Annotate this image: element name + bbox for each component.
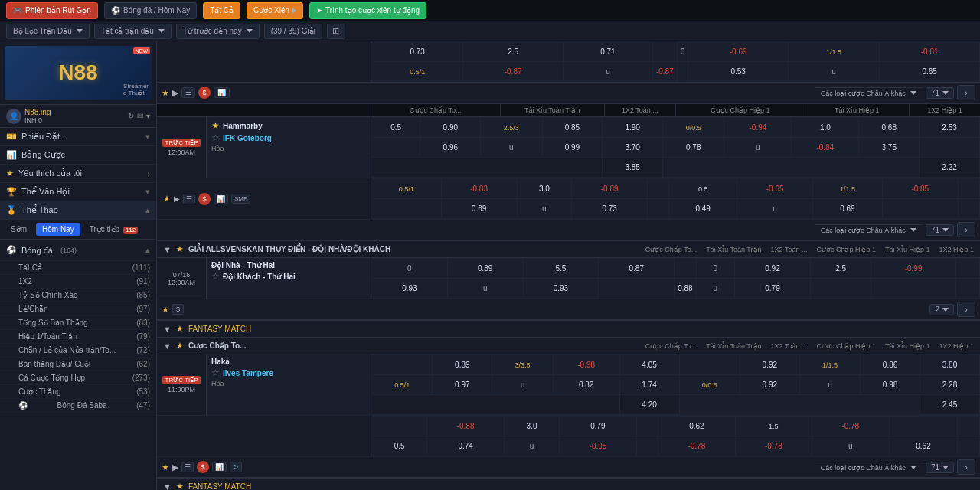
money-icon[interactable]: $ [198, 87, 211, 99]
subitem-bong-da-saba[interactable]: ⚽ Bóng Đá Saba (47) [0, 399, 156, 413]
odds-cell[interactable]: 1.74 [619, 375, 679, 395]
sidebar-item-the-van-hoi[interactable]: 🏆 Thể Văn Hội ▾ [0, 183, 156, 201]
time-filter-btn[interactable]: Từ trước đến nay [176, 24, 260, 39]
fantasy-toggle-icon[interactable]: ▼ [163, 325, 172, 334]
favorite-star-icon[interactable]: ★ [211, 120, 220, 131]
league-star-icon[interactable]: ★ [176, 244, 184, 254]
odds-cell[interactable] [958, 416, 980, 436]
list-icon-4[interactable]: ☰ [181, 462, 194, 472]
football-header[interactable]: ⚽ Bóng đá (164) ▴ [6, 243, 150, 257]
odds-cell[interactable]: -0.87 [652, 62, 677, 82]
odds-cell[interactable]: 1.5 [735, 416, 812, 436]
odds-cell[interactable]: 0.73 [572, 199, 648, 219]
list-icon[interactable]: ☰ [181, 87, 195, 98]
chart-icon[interactable]: 📊 [214, 87, 230, 98]
chart-icon-4[interactable]: 📊 [212, 462, 227, 472]
odds-cell[interactable] [882, 199, 958, 219]
toggle-icon[interactable]: ▼ [163, 245, 172, 254]
odds-cell[interactable]: 0.5/1 [372, 375, 433, 395]
play-icon-2[interactable]: ▶ [174, 194, 180, 203]
list-icon-3[interactable]: $ [172, 304, 184, 315]
all-btn[interactable]: Tất Cả [203, 2, 240, 19]
odds-cell[interactable] [372, 199, 442, 219]
star-icon-3[interactable]: ★ [162, 305, 169, 315]
odds-cell[interactable]: 1/1.5 [799, 355, 860, 375]
odds-cell[interactable]: u [517, 199, 571, 219]
odds-cell[interactable]: 0.82 [553, 375, 619, 395]
odds-cell[interactable]: u [788, 62, 879, 82]
subitem-tat-ca[interactable]: Tất Cả (111) [0, 261, 156, 275]
odds-cell[interactable]: 1/1.5 [788, 42, 879, 62]
odds-cell[interactable]: 1.90 [603, 118, 663, 138]
money-icon-2[interactable]: $ [198, 193, 211, 205]
odds-cell[interactable]: -0.81 [880, 42, 980, 62]
odds-cell[interactable]: 0.86 [861, 355, 920, 375]
play-icon[interactable]: ▶ [172, 88, 178, 98]
smp-btn[interactable]: SMP [231, 194, 250, 204]
odds-cell[interactable] [871, 279, 956, 299]
star-icon-2[interactable]: ★ [163, 194, 171, 204]
odds-cell[interactable]: 2.5 [463, 42, 564, 62]
leagues-count-btn[interactable]: (39 / 39) Giải [264, 24, 322, 39]
odds-cell[interactable]: 3.80 [920, 355, 980, 375]
odds-cell[interactable]: 0.79 [560, 416, 636, 436]
page-number-btn-2[interactable]: 71 [926, 224, 954, 236]
odds-cell[interactable]: 0.97 [433, 375, 492, 395]
sidebar-item-bang-cuoc[interactable]: 📊 Bảng Cược [0, 146, 156, 165]
odds-cell[interactable]: 0.96 [420, 138, 481, 158]
odds-cell[interactable]: 0.92 [735, 259, 811, 279]
tab-hom-nay[interactable]: Hôm Nay [36, 223, 80, 236]
odds-cell[interactable]: 0.68 [859, 118, 920, 138]
odds-cell[interactable]: u [447, 279, 523, 299]
odds-cell[interactable]: 0.78 [663, 138, 724, 158]
odds-cell[interactable]: -0.65 [737, 179, 813, 199]
odds-cell[interactable]: 0.87 [599, 259, 675, 279]
odds-cell[interactable]: -0.88 [427, 416, 504, 436]
odds-cell[interactable]: 0.93 [523, 279, 599, 299]
odds-cell[interactable]: 0.49 [669, 199, 737, 219]
odds-cell[interactable]: 0.62 [658, 416, 735, 436]
odds-cell[interactable]: u [563, 62, 652, 82]
fantasy-star-icon-2[interactable]: ★ [176, 482, 184, 490]
odds-cell[interactable]: 0 [696, 259, 735, 279]
odds-cell[interactable]: 0.71 [563, 42, 652, 62]
odds-cell[interactable]: u [799, 375, 860, 395]
odds-cell[interactable]: 0.79 [735, 279, 811, 299]
odds-cell[interactable]: u [492, 375, 553, 395]
odds-cell[interactable]: 0.53 [688, 62, 789, 82]
money-icon-4[interactable]: $ [197, 461, 209, 473]
star-icon[interactable]: ★ [162, 88, 169, 98]
odds-cell[interactable]: 2.45 [920, 395, 980, 415]
odds-cell[interactable]: 0.88 [675, 279, 696, 299]
message-icon[interactable]: ✉ [137, 112, 143, 120]
subitem-le-chan[interactable]: Lẻ/Chẵn (97) [0, 302, 156, 316]
haka-team1[interactable]: Haka [211, 358, 230, 366]
odds-cell[interactable] [958, 179, 979, 199]
sidebar-item-phieu-dat[interactable]: 🎫 Phiếu Đặt... ▾ [0, 128, 156, 146]
odds-cell[interactable]: -0.69 [688, 42, 789, 62]
odds-cell[interactable]: 0/0.5 [663, 118, 724, 138]
odds-cell[interactable]: u [696, 279, 735, 299]
odds-cell[interactable]: 0.74 [427, 436, 504, 456]
filter-btn[interactable]: Bộ Lọc Trận Đấu [6, 24, 90, 39]
odds-cell[interactable]: 0.69 [441, 199, 517, 219]
odds-cell[interactable] [920, 138, 980, 158]
odds-cell[interactable]: 5.5 [523, 259, 599, 279]
team2-star-icon[interactable]: ☆ [211, 132, 220, 143]
sidebar-item-yeu-thich[interactable]: ★ Yêu thích của tôi › [0, 165, 156, 183]
odds-cell[interactable]: 3.70 [603, 138, 663, 158]
odds-cell[interactable] [372, 355, 433, 375]
subitem-cuoc-thang[interactable]: Cược Thắng (53) [0, 385, 156, 399]
odds-cell[interactable]: 0.92 [740, 375, 799, 395]
all-matches-btn[interactable]: Tất cả trận đấu [94, 24, 172, 39]
odds-cell[interactable]: -0.78 [812, 416, 889, 436]
refresh-icon[interactable]: ↻ [128, 112, 134, 120]
odds-cell[interactable] [636, 416, 658, 436]
parlay-btn[interactable]: Cược Xiên [247, 2, 303, 19]
odds-cell[interactable]: 0.5 [669, 179, 737, 199]
fantasy-star-icon[interactable]: ★ [176, 324, 184, 334]
odds-cell[interactable]: 4.05 [619, 355, 679, 375]
odds-cell[interactable]: u [504, 436, 559, 456]
subitem-tong-so-ban-thang[interactable]: Tổng Số Bàn Thắng (83) [0, 316, 156, 330]
odds-cell[interactable] [956, 259, 979, 279]
